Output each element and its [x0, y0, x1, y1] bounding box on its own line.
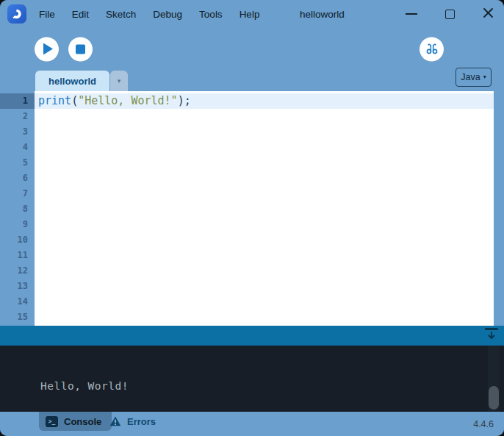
collapse-bar-icon — [485, 328, 498, 330]
warning-icon — [109, 416, 121, 426]
mode-selector-button[interactable]: Java ▾ — [456, 68, 492, 87]
close-icon — [483, 7, 494, 18]
tab-menu-button[interactable]: ▾ — [110, 71, 128, 91]
toolbar: Java ▾ — [0, 28, 504, 70]
menu-debug[interactable]: Debug — [151, 7, 184, 21]
menu-tools[interactable]: Tools — [197, 7, 225, 21]
line-number-5: 5 — [0, 155, 35, 171]
menu-help[interactable]: Help — [237, 7, 262, 21]
console-panel: Hello, World! — [0, 346, 504, 412]
code-line-1: print("Hello, World!"); — [35, 93, 494, 109]
minimize-icon — [406, 13, 417, 15]
line-number-2: 2 — [0, 109, 35, 124]
minimize-button[interactable] — [406, 13, 417, 15]
processing-logo-icon — [7, 4, 26, 24]
menu-file[interactable]: File — [37, 7, 57, 21]
window-controls — [406, 0, 494, 28]
pde-window: File Edit Sketch Debug Tools Help hellow… — [0, 0, 504, 436]
maximize-icon — [445, 10, 455, 19]
console-divider[interactable] — [0, 326, 504, 346]
menubar: File Edit Sketch Debug Tools Help — [37, 7, 262, 21]
line-number-11: 11 — [0, 248, 35, 263]
stop-button[interactable] — [68, 37, 93, 61]
debug-button[interactable] — [420, 37, 444, 61]
window-title: helloworld — [300, 0, 345, 28]
editor-scrollbar[interactable] — [494, 91, 504, 326]
code-token-function: print — [38, 94, 71, 107]
code-editor: 123456789101112131415 print("Hello, Worl… — [0, 91, 504, 326]
line-number-14: 14 — [0, 294, 35, 310]
terminal-icon: >_ — [46, 416, 58, 427]
line-number-10: 10 — [0, 232, 35, 248]
arrow-down-icon — [487, 332, 496, 340]
console-tab-label: Console — [64, 416, 101, 427]
run-button[interactable] — [35, 37, 59, 61]
maximize-button[interactable] — [445, 10, 455, 19]
errors-tab-label: Errors — [127, 416, 156, 427]
line-number-13: 13 — [0, 279, 35, 294]
chevron-down-icon: ▾ — [483, 74, 486, 80]
stop-icon — [76, 44, 85, 54]
close-button[interactable] — [483, 7, 494, 21]
collapse-console-button[interactable] — [484, 328, 499, 343]
line-number-7: 7 — [0, 186, 35, 201]
code-token-paren: ( — [71, 94, 78, 107]
console-scrollbar-thumb[interactable] — [489, 386, 499, 410]
menu-sketch[interactable]: Sketch — [104, 7, 138, 21]
tab-errors[interactable]: Errors — [104, 412, 162, 431]
chevron-down-icon: ▾ — [118, 77, 121, 85]
editor-gutter: 123456789101112131415 — [0, 91, 35, 326]
play-icon — [43, 43, 53, 55]
tab-bar: helloworld ▾ — [0, 70, 504, 91]
line-number-3: 3 — [0, 124, 35, 140]
console-output-text: Hello, World! — [40, 380, 129, 392]
tab-helloworld[interactable]: helloworld — [35, 71, 109, 91]
footer-bar: >_ Console Errors 4.4.6 — [0, 412, 504, 436]
mode-label: Java — [461, 72, 480, 82]
menu-edit[interactable]: Edit — [70, 7, 91, 21]
version-label: 4.4.6 — [473, 412, 494, 436]
titlebar: File Edit Sketch Debug Tools Help hellow… — [0, 0, 504, 28]
console-scrollbar-track[interactable] — [488, 346, 500, 412]
line-number-15: 15 — [0, 310, 35, 325]
tab-console[interactable]: >_ Console — [39, 412, 112, 431]
code-token-string: "Hello, World!" — [78, 94, 177, 107]
code-token-close: ); — [178, 94, 191, 107]
line-number-4: 4 — [0, 140, 35, 155]
line-number-8: 8 — [0, 201, 35, 217]
tab-label: helloworld — [48, 76, 96, 87]
code-area[interactable]: print("Hello, World!"); — [35, 91, 494, 326]
line-number-12: 12 — [0, 263, 35, 279]
line-number-9: 9 — [0, 217, 35, 232]
line-number-6: 6 — [0, 171, 35, 186]
butterfly-debug-icon — [424, 42, 440, 56]
line-number-1: 1 — [0, 93, 35, 109]
